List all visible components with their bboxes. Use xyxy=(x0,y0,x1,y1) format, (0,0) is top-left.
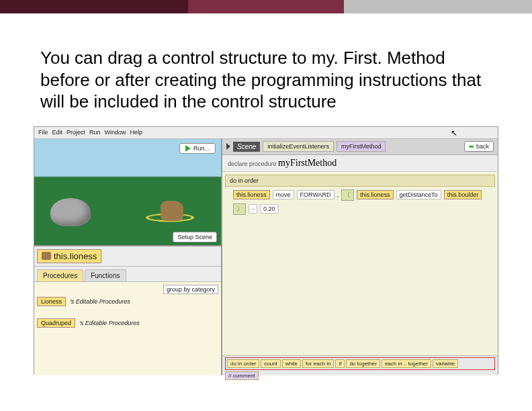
nav-arrow-icon[interactable] xyxy=(226,143,230,150)
value-pill[interactable]: 0.20 xyxy=(260,204,279,214)
run-button[interactable]: Run... xyxy=(179,143,216,154)
boulder-object[interactable] xyxy=(50,198,91,226)
lioness-icon xyxy=(42,252,51,260)
lioness-object[interactable] xyxy=(161,201,183,221)
proc-label: 's Editable Procedures xyxy=(70,298,130,305)
procedures-panel: group by category Lioness's Editable Pro… xyxy=(34,281,221,375)
menu-file[interactable]: File xyxy=(38,129,48,136)
editor-tab-bar: Scene initializeEventListeners myFirstMe… xyxy=(222,139,498,155)
ctrl-do-in-order[interactable]: do in order xyxy=(227,359,259,368)
alice-ide-screenshot: ↖ File Edit Project Run Window Help Run.… xyxy=(34,126,498,375)
tab-initialize-listeners[interactable]: initializeEventListeners xyxy=(263,141,334,152)
back-arrow-icon: ⬅ xyxy=(469,143,474,150)
group-by-dropdown[interactable]: group by category xyxy=(163,285,218,294)
menu-help[interactable]: Help xyxy=(130,129,143,136)
ctrl-while[interactable]: while xyxy=(282,359,301,368)
menu-edit[interactable]: Edit xyxy=(52,129,63,136)
back-button[interactable]: ⬅back xyxy=(464,141,494,152)
control-structures-tray: do in order count while for each in if d… xyxy=(222,355,498,375)
mouse-cursor-icon: ↖ xyxy=(451,128,457,138)
play-icon xyxy=(185,145,191,152)
obj-pill[interactable]: this.lioness xyxy=(357,190,394,199)
expr-close-icon: 〕 xyxy=(233,203,246,215)
menu-window[interactable]: Window xyxy=(105,129,126,136)
object-selector-panel: this.lioness xyxy=(34,246,221,267)
arg-pill[interactable]: this.boulder xyxy=(444,190,482,199)
class-chip-quadruped[interactable]: Quadruped xyxy=(37,318,75,328)
code-editor-area[interactable]: do in order this.lioness move FORWARD , … xyxy=(222,172,498,355)
code-statement[interactable]: this.lioness move FORWARD , 〔 this.lione… xyxy=(233,189,495,215)
proc-label: 's Editable Procedures xyxy=(79,320,140,326)
setup-scene-button[interactable]: Setup Scene xyxy=(173,232,217,242)
slide-accent-bar xyxy=(0,0,532,13)
scene-label[interactable]: Scene xyxy=(233,142,260,152)
expr-open-icon: 〔 xyxy=(341,189,354,201)
tab-myfirstmethod[interactable]: myFirstMethod xyxy=(337,141,386,152)
menu-bar[interactable]: File Edit Project Run Window Help xyxy=(34,127,498,139)
slide-heading: You can drag a control structure to my. … xyxy=(0,13,532,126)
verb-pill[interactable]: move xyxy=(273,190,294,199)
tab-functions[interactable]: Functions xyxy=(85,269,126,281)
subject-pill[interactable]: this.lioness xyxy=(233,190,270,199)
method-name: myFirstMethod xyxy=(278,158,337,168)
selected-object-chip[interactable]: this.lioness xyxy=(37,249,101,263)
tab-procedures[interactable]: Procedures xyxy=(37,269,83,281)
ctrl-count[interactable]: count xyxy=(261,359,281,368)
ctrl-do-together[interactable]: do together xyxy=(346,359,380,368)
func-pill[interactable]: getDistanceTo xyxy=(396,190,441,199)
ctrl-each-together[interactable]: each in .. together xyxy=(382,359,431,368)
menu-project[interactable]: Project xyxy=(66,129,85,136)
scene-view-3d[interactable]: Run... Setup Scene xyxy=(34,139,221,246)
ctrl-if[interactable]: if xyxy=(335,359,345,368)
ctrl-comment[interactable]: // comment xyxy=(225,371,259,380)
menu-run[interactable]: Run xyxy=(89,129,101,136)
method-declaration: declare procedure myFirstMethod xyxy=(222,155,498,172)
do-in-order-block[interactable]: do in order xyxy=(225,175,495,187)
ctrl-variable[interactable]: variable xyxy=(433,359,458,368)
direction-pill[interactable]: FORWARD xyxy=(297,190,335,199)
ctrl-foreach[interactable]: for each in xyxy=(302,359,334,368)
class-chip-lioness[interactable]: Lioness xyxy=(37,297,66,306)
op-pill[interactable]: - xyxy=(249,204,257,214)
